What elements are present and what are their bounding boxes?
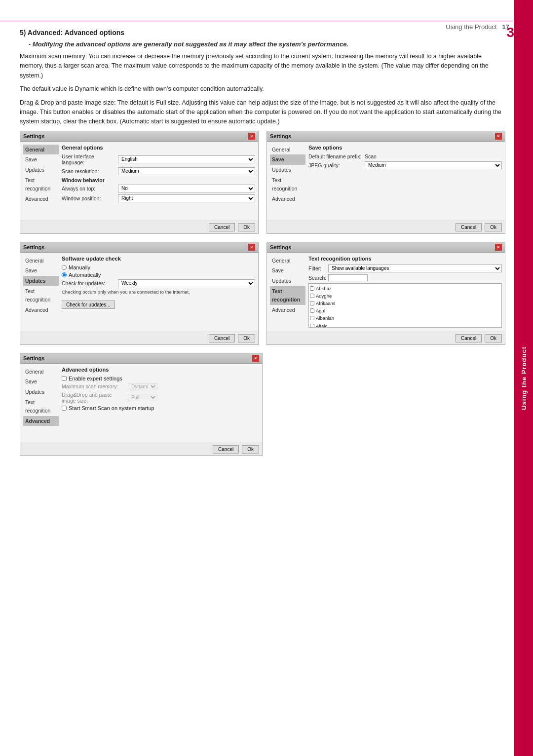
dialog-main-save: Save options Default filename prefix: Sc… [308,145,502,218]
sidebar-label: Using the Product [520,346,528,410]
jpeg-quality-label: JPEG quality: [308,162,363,168]
lang-checkbox-albanian[interactable] [310,316,314,320]
lang-checkbox-afrikaans[interactable] [310,301,314,305]
scan-resolution-label: Scan resolution: [62,168,116,174]
ok-button-updates[interactable]: Ok [238,334,255,342]
drag-drop-select[interactable]: Full [128,394,157,401]
tr-language-list[interactable]: Abkhaz Adyghe Afrikaans Agul Albanian Al… [308,283,502,328]
sidebar-tr-save[interactable]: Save [270,265,305,276]
ok-button-advanced[interactable]: Ok [242,445,259,454]
tr-options-title: Text recognition options [308,256,502,262]
jpeg-quality-select[interactable]: Medium [365,161,502,169]
sidebar-save-advanced[interactable]: Advanced [270,194,305,204]
sidebar-adv-save[interactable]: Save [23,377,59,387]
ok-button-save[interactable]: Ok [485,223,502,231]
automatically-radio[interactable] [62,272,67,277]
cancel-button-updates[interactable]: Cancel [209,334,235,342]
dialog-main-advanced: Advanced options Enable expert settings … [62,367,259,440]
window-position-field: Window position: Right [62,194,255,202]
ui-language-select[interactable]: English [118,155,255,163]
sidebar-save-general[interactable]: General [270,145,305,155]
sidebar-tr-advanced[interactable]: Advanced [270,305,305,315]
para1: Maximum scan memory: You can increase or… [20,52,505,80]
ok-button-tr[interactable]: Ok [485,334,502,342]
sidebar-updates[interactable]: Updates [23,165,59,175]
sidebar-save-text-recognition[interactable]: Text recognition [270,175,305,194]
ui-language-field: User Interface language: English [62,153,255,165]
dialog-close-advanced[interactable]: ✕ [252,355,259,362]
sidebar-upd-general[interactable]: General [23,256,59,266]
automatically-label: Automatically [69,272,101,278]
dialog-body-save: General Save Updates Text recognition Ad… [267,142,505,221]
lang-checkbox-agul[interactable] [310,308,314,313]
lang-checkbox-adyghe[interactable] [310,294,314,298]
sidebar-save[interactable]: Save [23,154,59,165]
sidebar-upd-save[interactable]: Save [23,265,59,276]
cancel-button-save[interactable]: Cancel [456,223,482,231]
startup-checkbox[interactable] [62,406,67,411]
sidebar-save-updates[interactable]: Updates [270,165,305,175]
sidebar-general[interactable]: General [23,145,59,155]
section-title: 5) Advanced: Advanced options [20,29,505,37]
lang-item-afrikaans: Afrikaans [310,300,500,307]
dialog-titlebar-advanced: Settings ✕ [20,353,262,364]
dialog-close-general[interactable]: ✕ [248,133,255,140]
always-on-top-select[interactable]: No [118,185,255,192]
lang-checkbox-abkhaz[interactable] [310,286,314,291]
drag-drop-field: Drag&Drop and paste image size: Full [62,392,259,404]
check-for-updates-label: Check for updates: [62,280,116,286]
sidebar-upd-updates[interactable]: Updates [23,276,59,286]
dialogs-row-3: Settings ✕ General Save Updates Text rec… [20,353,263,456]
para2: The default value is Dynamic which is de… [20,84,505,94]
dialog-footer-advanced: Cancel Ok [20,443,262,455]
enable-expert-checkbox[interactable] [62,376,67,381]
dialog-title-updates: Settings [23,244,44,250]
sidebar-adv-advanced[interactable]: Advanced [23,416,59,426]
sidebar-text-recognition[interactable]: Text recognition [23,175,59,194]
dialog-main-tr: Text recognition options Filter: Show av… [308,256,502,329]
scan-resolution-select[interactable]: Medium [118,167,255,175]
sidebar-tr-general[interactable]: General [270,256,305,266]
dialog-footer-general: Cancel Ok [20,221,258,233]
dialog-body-updates: General Save Updates Text recognition Ad… [20,253,258,332]
enable-expert-row: Enable expert settings [62,376,259,381]
sidebar-adv-updates[interactable]: Updates [23,387,59,397]
ok-button-general[interactable]: Ok [238,223,255,231]
settings-dialog-text-recognition: Settings ✕ General Save Updates Text rec… [266,242,505,345]
tr-search-input[interactable] [328,274,368,281]
always-on-top-label: Always on top: [62,186,116,191]
max-scan-memory-select[interactable]: Dynamic [128,383,157,390]
cancel-button-tr[interactable]: Cancel [456,334,482,342]
lang-checkbox-altaic[interactable] [310,324,314,328]
dialog-footer-updates: Cancel Ok [20,332,258,344]
cancel-button-general[interactable]: Cancel [209,223,235,231]
dialog-close-tr[interactable]: ✕ [495,244,502,251]
right-sidebar: Using the Product [514,0,533,756]
sidebar-tr-text-recognition[interactable]: Text recognition [270,286,305,305]
window-behavior-label: Window behavior [62,177,255,183]
dialog-close-save[interactable]: ✕ [495,133,502,140]
check-updates-button[interactable]: Check for updates... [62,301,115,309]
lang-item-abkhaz: Abkhaz [310,285,500,292]
sidebar-adv-general[interactable]: General [23,367,59,377]
sidebar-save-save[interactable]: Save [270,154,305,165]
cancel-button-advanced[interactable]: Cancel [213,445,239,454]
sidebar-upd-advanced[interactable]: Advanced [23,305,59,315]
dialog-close-updates[interactable]: ✕ [248,244,255,251]
dialog-titlebar-tr: Settings ✕ [267,242,505,253]
manually-radio[interactable] [62,265,67,270]
check-frequency-select[interactable]: Weekly [118,279,255,287]
sidebar-adv-text-recognition[interactable]: Text recognition [23,397,59,416]
dialog-main-general: General options User Interface language:… [62,145,255,218]
settings-dialog-save: Settings ✕ General Save Updates Text rec… [266,131,505,234]
sidebar-advanced[interactable]: Advanced [23,194,59,204]
window-position-select[interactable]: Right [118,194,255,202]
sidebar-tr-updates[interactable]: Updates [270,276,305,286]
jpeg-quality-field: JPEG quality: Medium [308,161,502,169]
dialog-title-general: Settings [23,133,44,139]
tr-search-label: Search: [308,275,326,281]
dialogs-row-2: Settings ✕ General Save Updates Text rec… [20,242,505,345]
sidebar-upd-text-recognition[interactable]: Text recognition [23,286,59,305]
dialog-titlebar-updates: Settings ✕ [20,242,258,253]
tr-filter-select[interactable]: Show available languages [328,265,502,272]
